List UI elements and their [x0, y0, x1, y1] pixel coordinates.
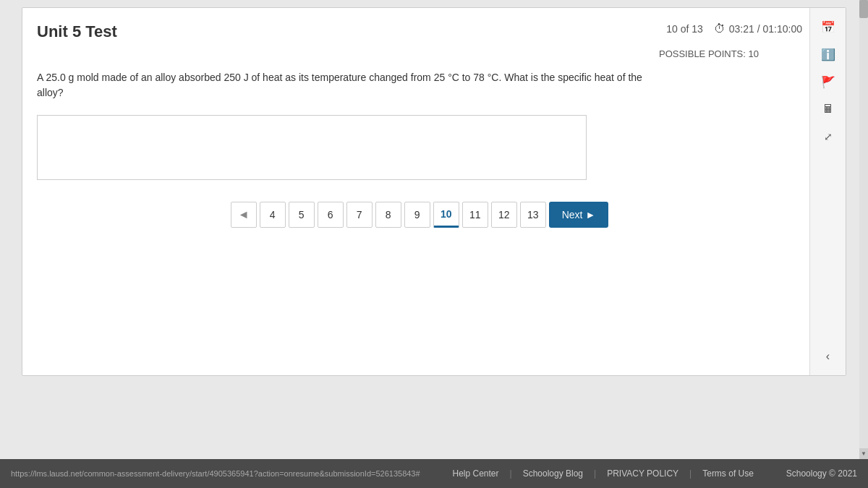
pagination-page-12[interactable]: 12 [491, 202, 517, 228]
pagination-prev-button[interactable]: ◄ [231, 202, 257, 228]
timer: ⏱ 03:21 / 01:10:00 [714, 22, 802, 35]
footer-url-text: https://lms.lausd.net/common-assessment-… [11, 469, 420, 478]
collapse-sidebar-button[interactable]: ‹ [814, 343, 843, 369]
flag-icon: 🚩 [821, 75, 835, 89]
info-icon: ℹ️ [821, 48, 835, 61]
unit-title: Unit 5 Test [37, 22, 117, 41]
footer-divider-3: | [689, 468, 692, 479]
scrollbar-thumb[interactable] [859, 0, 868, 18]
footer: https://lms.lausd.net/common-assessment-… [0, 459, 868, 488]
calculator-icon: 🖩 [822, 103, 834, 116]
answer-input-area[interactable] [37, 115, 587, 180]
possible-points-label: POSSIBLE POINTS: [659, 48, 746, 59]
pagination-page-4[interactable]: 4 [260, 202, 286, 228]
header-right: 10 of 13 ⏱ 03:21 / 01:10:00 [666, 22, 802, 35]
content-card: Unit 5 Test 10 of 13 ⏱ 03:21 / 01:10:00 … [22, 7, 846, 376]
header-row: Unit 5 Test 10 of 13 ⏱ 03:21 / 01:10:00 [37, 22, 802, 41]
pagination-page-5[interactable]: 5 [289, 202, 315, 228]
footer-divider-1: | [510, 468, 512, 479]
footer-copyright: Schoology © 2021 [786, 468, 857, 479]
possible-points-value: 10 [749, 48, 759, 59]
footer-divider-2: | [594, 468, 596, 479]
calendar-icon: 📅 [821, 20, 835, 34]
pagination-page-10[interactable]: 10 [433, 202, 459, 228]
question-counter: 10 of 13 [666, 23, 703, 35]
question-text: A 25.0 g mold made of an alloy absorbed … [37, 70, 652, 100]
pagination-page-9[interactable]: 9 [404, 202, 430, 228]
pagination-area: ◄ 4 5 6 7 8 9 10 11 12 13 Next ► [37, 202, 802, 249]
info-icon-button[interactable]: ℹ️ [814, 41, 843, 67]
pagination-page-13[interactable]: 13 [520, 202, 546, 228]
footer-url: https://lms.lausd.net/common-assessment-… [11, 469, 420, 478]
footer-links: Help Center | Schoology Blog | PRIVACY P… [452, 468, 753, 479]
pagination-page-7[interactable]: 7 [346, 202, 373, 228]
pagination-page-11[interactable]: 11 [462, 202, 488, 228]
possible-points: POSSIBLE POINTS: 10 [37, 48, 802, 59]
pagination-page-8[interactable]: 8 [375, 202, 401, 228]
footer-blog-link[interactable]: Schoology Blog [523, 468, 583, 479]
timer-icon: ⏱ [714, 22, 726, 35]
calculator-icon-button[interactable]: 🖩 [814, 96, 843, 122]
next-button[interactable]: Next ► [549, 202, 609, 228]
timer-value: 03:21 / 01:10:00 [729, 23, 802, 35]
outer-scrollbar: ▲ ▼ [859, 0, 868, 459]
footer-terms-link[interactable]: Terms of Use [702, 468, 754, 479]
pagination-page-6[interactable]: 6 [318, 202, 344, 228]
footer-privacy-link[interactable]: PRIVACY POLICY [607, 468, 678, 479]
fullscreen-icon: ⤢ [824, 131, 833, 142]
chevron-left-icon: ‹ [826, 350, 830, 363]
sidebar-icons-panel: 📅 ℹ️ 🚩 🖩 ⤢ ‹ [809, 8, 846, 375]
calendar-icon-button[interactable]: 📅 [814, 14, 843, 40]
scrollbar-arrow-down[interactable]: ▼ [859, 448, 868, 459]
fullscreen-icon-button[interactable]: ⤢ [814, 124, 843, 150]
footer-help-link[interactable]: Help Center [452, 468, 498, 479]
flag-icon-button[interactable]: 🚩 [814, 69, 843, 95]
